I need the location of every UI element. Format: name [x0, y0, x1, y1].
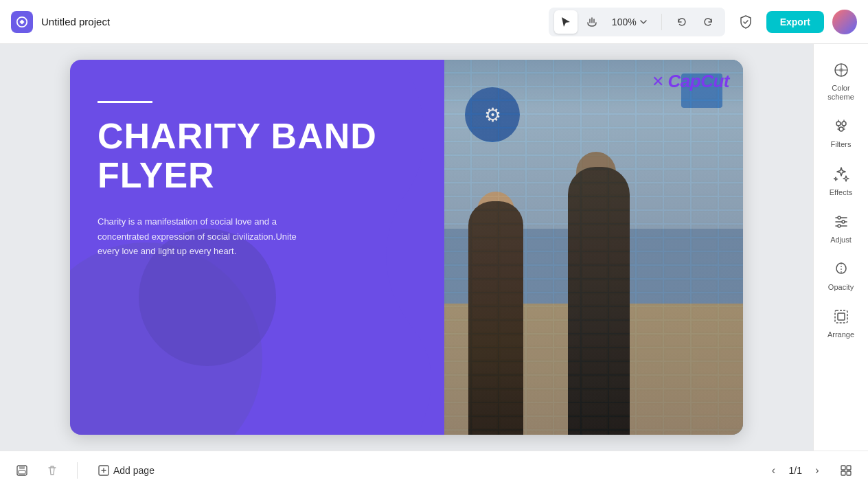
svg-rect-17: [841, 466, 845, 470]
sidebar-tool-effects[interactable]: Effects: [817, 159, 865, 204]
topbar: Untitled project 100% Export: [0, 0, 868, 44]
capcut-text: CapCut: [668, 71, 729, 92]
app-logo: [11, 11, 33, 33]
card-divider: [98, 101, 152, 103]
right-sidebar: Color scheme Filters: [813, 44, 868, 451]
svg-rect-12: [838, 313, 845, 320]
sidebar-tool-adjust[interactable]: Adjust: [817, 207, 865, 251]
sidebar-tool-opacity[interactable]: Opacity: [817, 254, 865, 299]
filters-label: Filters: [831, 140, 852, 149]
opacity-icon: [833, 261, 849, 280]
color-scheme-label: Color scheme: [821, 84, 861, 102]
tool-group: 100%: [549, 8, 725, 36]
svg-point-9: [842, 220, 845, 223]
capcut-icon: ✕: [652, 73, 664, 91]
canvas-area[interactable]: CHARITY BAND FLYER Charity is a manifest…: [0, 44, 813, 451]
save-button[interactable]: [11, 459, 33, 481]
redo-button[interactable]: [696, 10, 720, 34]
svg-point-4: [839, 68, 843, 72]
arrange-icon: [833, 308, 849, 328]
topbar-right: Export: [733, 10, 857, 34]
design-card[interactable]: CHARITY BAND FLYER Charity is a manifest…: [70, 60, 743, 435]
main-area: CHARITY BAND FLYER Charity is a manifest…: [0, 44, 868, 451]
card-description: Charity is a manifestation of social lov…: [98, 214, 297, 258]
toolbar-divider: [661, 14, 662, 30]
zoom-control[interactable]: 100%: [606, 16, 653, 27]
svg-point-7: [839, 127, 843, 131]
card-text-area: CHARITY BAND FLYER Charity is a manifest…: [70, 60, 444, 286]
delete-button[interactable]: [41, 459, 63, 481]
sidebar-tool-filters[interactable]: Filters: [817, 111, 865, 156]
adjust-label: Adjust: [830, 236, 852, 244]
prev-page-button[interactable]: ‹: [764, 461, 784, 480]
svg-rect-20: [847, 471, 851, 475]
card-title: CHARITY BAND FLYER: [98, 117, 417, 195]
sidebar-tool-arrange[interactable]: Arrange: [817, 302, 865, 346]
shield-button[interactable]: [733, 10, 758, 34]
hand-tool[interactable]: [580, 10, 604, 34]
project-title: Untitled project: [41, 16, 540, 27]
bottom-divider: [77, 462, 78, 479]
export-button[interactable]: Export: [766, 11, 824, 33]
musician-right-body: [568, 167, 630, 435]
add-page-label: Add page: [113, 465, 155, 476]
card-right-panel: ⚙: [444, 60, 743, 435]
next-page-button[interactable]: ›: [808, 461, 827, 480]
svg-point-10: [838, 225, 841, 227]
opacity-label: Opacity: [828, 283, 854, 292]
svg-rect-11: [835, 310, 847, 323]
svg-point-5: [836, 122, 841, 126]
effects-icon: [833, 166, 849, 185]
page-nav: ‹ 1/1 ›: [764, 461, 827, 480]
musician-left: [458, 174, 534, 435]
capcut-watermark: ✕ CapCut: [652, 71, 729, 92]
filters-icon: [833, 118, 849, 137]
svg-rect-14: [19, 466, 25, 469]
svg-rect-15: [19, 470, 25, 474]
fit-button[interactable]: [835, 459, 857, 481]
sidebar-tool-color-scheme[interactable]: Color scheme: [817, 55, 865, 109]
svg-point-8: [838, 216, 841, 219]
arrange-label: Arrange: [827, 330, 854, 339]
page-indicator: 1/1: [789, 465, 802, 476]
zoom-level: 100%: [612, 16, 637, 27]
select-tool[interactable]: [554, 10, 578, 34]
undo-button[interactable]: [670, 10, 694, 34]
undo-redo-group: [670, 10, 720, 34]
add-page-button[interactable]: Add page: [91, 461, 161, 480]
adjust-icon: [833, 214, 849, 233]
svg-rect-19: [841, 471, 845, 475]
effects-label: Effects: [830, 188, 852, 197]
color-scheme-icon: [833, 62, 849, 81]
bottombar: Add page ‹ 1/1 ›: [0, 451, 868, 489]
svg-point-6: [842, 122, 846, 126]
building-sign: ⚙: [465, 87, 520, 142]
musician-left-body: [468, 201, 523, 435]
musician-right: [554, 139, 643, 435]
svg-rect-18: [847, 466, 851, 470]
user-avatar[interactable]: [832, 10, 857, 34]
card-left-panel: CHARITY BAND FLYER Charity is a manifest…: [70, 60, 444, 435]
